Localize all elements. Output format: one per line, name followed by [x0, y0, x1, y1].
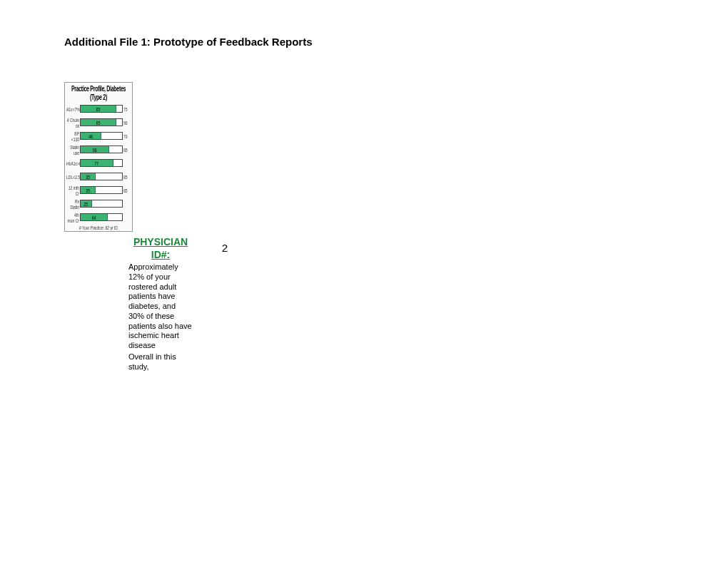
bar-fill: 48 [81, 133, 101, 139]
bar-fill: 64 [81, 214, 108, 220]
chart-container: Practice Profile, Diabetes (Type 2) A1c<… [64, 82, 133, 232]
body-paragraph-1: Approximately 12% of your rostered adult… [128, 262, 193, 351]
bar-label: A1c<7% [66, 106, 80, 111]
bar-track: 85 [80, 105, 123, 113]
physician-id-value: 2 [193, 236, 257, 254]
bar-label: 4th mon Cr [66, 211, 80, 223]
page-title: Additional File 1: Prototype of Feedback… [64, 36, 664, 48]
chart-footer: # Your Practice: 82 yr ID [66, 225, 131, 230]
bar-label: 12 mth Cr [66, 184, 80, 196]
chart-bar-row: Statin use6885 [66, 143, 131, 155]
bar-label: 4 Chole ck [66, 116, 80, 128]
chart-bars: A1c<7%85754 Chole ck8590BP <1304870Stati… [66, 103, 131, 223]
bar-fill: 35 [81, 173, 96, 180]
body-paragraph-2: Overall in this study, [128, 352, 193, 372]
chart-bar-row: A1c<7%8575 [66, 103, 131, 115]
chart-bar-row: HbA1c>877 [66, 157, 131, 169]
bar-right-value: 85 [123, 188, 131, 193]
physician-id-label: PHYSICIAN ID#: [128, 236, 193, 261]
chart-bar-row: 4th mon Cr64 [66, 211, 131, 223]
bar-value: 85 [96, 106, 101, 112]
bar-value: 64 [92, 215, 96, 220]
chart-title: Practice Profile, Diabetes (Type 2) [66, 81, 131, 104]
bar-fill: 85 [81, 106, 116, 112]
bar-track: 25 [80, 200, 123, 208]
bar-right-value: 85 [123, 174, 131, 180]
bar-track: 64 [80, 213, 123, 221]
bar-right-value: 90 [123, 120, 131, 126]
bar-value: 25 [84, 201, 88, 207]
bar-value: 85 [96, 120, 101, 126]
bar-label: HbA1c>8 [66, 160, 80, 165]
bar-value: 35 [86, 188, 90, 193]
chart-bar-row: BP <1304870 [66, 130, 131, 142]
bar-right-value: 75 [123, 106, 131, 112]
bar-fill: 25 [81, 200, 92, 207]
bar-track: 77 [80, 159, 123, 167]
bar-fill: 85 [81, 119, 116, 126]
bar-value: 68 [93, 147, 97, 153]
bar-value: 35 [86, 174, 90, 180]
bar-right-value: 85 [123, 147, 131, 153]
bar-track: 48 [80, 132, 123, 140]
bar-right-value: 70 [123, 133, 131, 139]
bar-track: 85 [80, 118, 123, 126]
bar-track: 35 [80, 186, 123, 194]
bar-value: 48 [89, 133, 93, 139]
chart-bar-row: 12 mth Cr3585 [66, 184, 131, 196]
bar-track: 68 [80, 145, 123, 153]
bar-label: BP <130 [66, 130, 80, 142]
bar-label: Statin use [66, 143, 80, 155]
chart-bar-row: 4 Chole ck8590 [66, 116, 131, 128]
bar-label: Rx Statin [66, 198, 80, 210]
info-block: PHYSICIAN ID#: 2 Approximately 12% of yo… [128, 236, 664, 372]
bar-label: LDL<2.5 [66, 173, 80, 179]
chart-bar-row: Rx Statin25 [66, 198, 131, 210]
bar-value: 77 [95, 160, 99, 166]
bar-track: 35 [80, 173, 123, 180]
bar-fill: 68 [81, 146, 109, 153]
bar-fill: 35 [81, 187, 96, 193]
bar-fill: 77 [81, 160, 113, 166]
chart-bar-row: LDL<2.53585 [66, 170, 131, 183]
